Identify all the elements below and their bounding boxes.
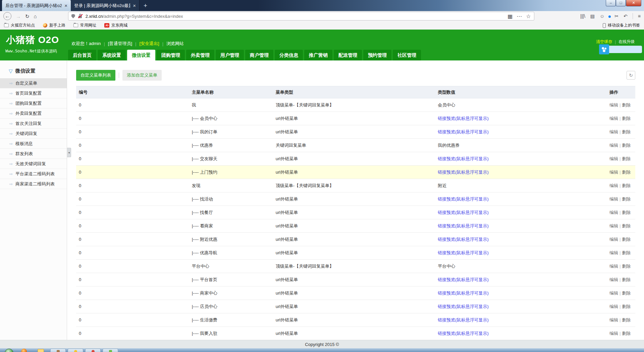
delete-link[interactable]: 删除 [622,250,631,255]
sidebar-item[interactable]: ⇨ 外卖回复配置 [0,108,67,119]
page-actions-icon[interactable]: ⋯ [517,13,522,19]
logout-link[interactable]: [安全退出] [139,41,159,47]
type-value-text[interactable]: 链接预览(鼠标悬浮可显示) [438,170,489,175]
delete-link[interactable]: 删除 [622,116,631,121]
edit-link[interactable]: 编辑 [609,143,618,148]
taskbar-item[interactable] [103,349,118,352]
nav-tab[interactable]: 推广营销 [304,50,332,60]
edit-link[interactable]: 编辑 [609,170,618,175]
delete-link[interactable]: 删除 [622,143,631,148]
sidebar-item[interactable]: ⇨ 无效关键词回复 [0,159,67,169]
nav-tab[interactable]: 社区管理 [393,50,421,60]
delete-link[interactable]: 删除 [622,170,631,175]
edit-link[interactable]: 编辑 [609,250,618,255]
library-icon[interactable]: |||\ [580,13,585,19]
type-value-text[interactable]: 链接预览(鼠标悬浮可显示) [438,331,489,336]
start-button[interactable] [5,349,13,352]
nav-tab[interactable]: 后台首页 [68,50,96,60]
taskbar-item[interactable] [50,349,66,352]
delete-link[interactable]: 删除 [622,210,631,215]
type-value-text[interactable]: 链接预览(鼠标悬浮可显示) [438,210,489,215]
refresh-button[interactable]: ↻ [627,71,635,80]
type-value-text[interactable]: 链接预览(鼠标悬浮可显示) [438,129,489,134]
tracking-shield-icon[interactable] [71,14,75,18]
delete-link[interactable]: 删除 [622,156,631,161]
delete-link[interactable]: 删除 [622,291,631,296]
edit-link[interactable]: 编辑 [609,264,618,269]
clear-cache-link[interactable]: 清空缓存 [596,39,612,45]
edit-link[interactable]: 编辑 [609,277,618,282]
screenshot-icon[interactable]: ✂ [614,13,619,19]
edit-link[interactable]: 编辑 [609,237,618,242]
forward-icon[interactable]: → [16,14,21,19]
type-value-text[interactable]: 链接预览(鼠标悬浮可显示) [438,304,489,309]
edit-link[interactable]: 编辑 [609,304,618,309]
menu-list-tab-button[interactable]: 自定义菜单列表 [76,70,115,81]
delete-link[interactable]: 删除 [622,331,631,336]
url-bar[interactable]: 2.xriid.cn/admin.php?g=System&c=Index&a=… [68,12,534,20]
nav-tab[interactable]: 团购管理 [157,50,185,60]
edit-link[interactable]: 编辑 [609,317,618,322]
edit-link[interactable]: 编辑 [609,183,618,188]
sidebar-item[interactable]: ⇨ 平台渠道二维码列表 [0,169,67,179]
taskbar-folder-icon[interactable] [38,349,44,352]
type-value-text[interactable]: 链接预览(鼠标悬浮可显示) [438,237,489,242]
delete-link[interactable]: 删除 [622,317,631,322]
share-widget[interactable] [599,44,642,54]
online-upgrade-link[interactable]: 在线升级 [619,39,635,45]
bookmark-item[interactable]: 常用网址 [73,23,96,28]
back-icon[interactable]: ← [3,12,11,20]
restore-session-icon[interactable]: ↶ [624,13,628,19]
new-tab-button[interactable]: + [140,2,151,9]
edit-link[interactable]: 编辑 [609,291,618,296]
delete-link[interactable]: 删除 [622,183,631,188]
nav-tab[interactable]: 用户管理 [216,50,244,60]
taskbar-item[interactable] [85,349,101,352]
type-value-text[interactable]: 链接预览(鼠标悬浮可显示) [438,116,489,121]
menu-icon[interactable]: ≡ [638,13,641,19]
delete-link[interactable]: 删除 [622,223,631,228]
mobile-bookmarks[interactable]: 移动设备上的书签 [603,23,640,28]
sidebar-item[interactable]: ⇨ 群发列表 [0,149,67,159]
bookmark-item[interactable]: 火狐官方站点 [4,23,35,28]
edit-link[interactable]: 编辑 [609,331,618,336]
edit-link[interactable]: 编辑 [609,116,618,121]
delete-link[interactable]: 删除 [622,196,631,202]
tab-close-icon[interactable]: × [64,3,67,8]
bookmark-star-icon[interactable]: ☆ [526,13,531,19]
reload-icon[interactable]: ↻ [25,14,30,19]
account-icon[interactable]: ☺ [600,13,604,19]
type-value-text[interactable]: 链接预览(鼠标悬浮可显示) [438,250,489,255]
delete-link[interactable]: 删除 [622,277,631,282]
sidebar-item[interactable]: ⇨ 团购回复配置 [0,98,67,108]
minimize-button[interactable]: – [606,0,616,6]
delete-link[interactable]: 删除 [622,237,631,242]
nav-tab[interactable]: 商户管理 [245,50,273,60]
nav-tab[interactable]: 分类信息 [275,50,303,60]
home-icon[interactable]: ⌂ [34,14,37,19]
sidebar-toggle-icon[interactable]: ▤ [590,13,595,19]
delete-link[interactable]: 删除 [622,264,631,269]
add-menu-tab-button[interactable]: 添加自定义菜单 [122,70,162,81]
nav-tab[interactable]: 系统设置 [98,50,126,60]
sidebar-item[interactable]: ⇨ 自定义菜单 [0,78,67,88]
nav-tab[interactable]: 微信设置 [127,50,155,60]
edit-link[interactable]: 编辑 [609,156,618,161]
taskbar-item[interactable] [68,349,83,352]
share-widget-bar[interactable] [609,46,642,53]
edit-link[interactable]: 编辑 [609,196,618,202]
delete-link[interactable]: 删除 [622,102,631,107]
nav-tab[interactable]: 外卖管理 [186,50,214,60]
sidebar-item[interactable]: ⇨ 首次关注回复 [0,119,67,129]
delete-link[interactable]: 删除 [622,304,631,309]
close-button[interactable]: ✕ [626,0,641,6]
sidebar-item[interactable]: ⇨ 商家渠道二维码列表 [0,179,67,189]
taskbar-firefox-icon[interactable] [21,349,27,352]
browse-site-link[interactable]: 浏览网站 [166,41,184,47]
url-text[interactable]: 2.xriid.cn/admin.php?g=System&c=Index&a=… [86,14,183,19]
sidebar-item[interactable]: ⇨ 关键词回复 [0,129,67,139]
delete-link[interactable]: 删除 [622,129,631,134]
tab-close-icon[interactable]: × [133,3,136,8]
browser-tab[interactable]: 登录 | 亲测源码网小猪o2o最新V2.8 × [71,0,140,11]
type-value-text[interactable]: 链接预览(鼠标悬浮可显示) [438,291,489,296]
